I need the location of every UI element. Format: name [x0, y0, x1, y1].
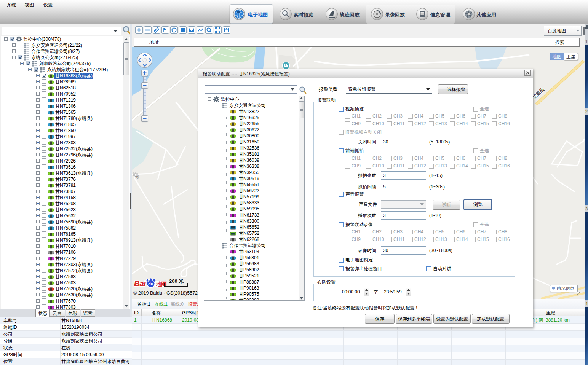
svg-text:Bai: Bai: [134, 279, 146, 288]
svg-text:du: du: [148, 282, 153, 286]
